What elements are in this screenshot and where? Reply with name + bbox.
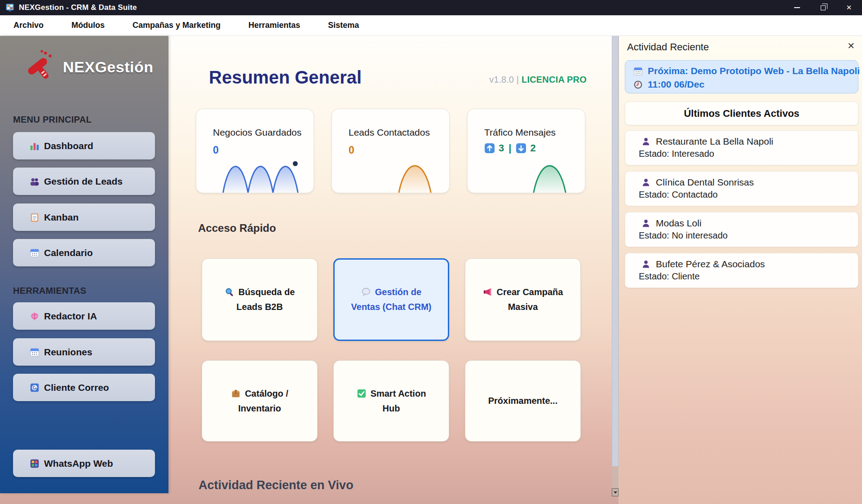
client-status: Estado: Interesado	[639, 149, 851, 159]
sidebar-item-dashboard[interactable]: Dashboard	[13, 132, 155, 159]
client-card[interactable]: Modas Loli Estado: No interesado	[625, 212, 858, 247]
quick-btn-crear-campana[interactable]: Crear Campaña Masiva	[465, 258, 581, 341]
quick-btn-label: Crear Campaña Masiva	[497, 287, 563, 312]
quick-btn-label: Smart Action Hub	[371, 389, 426, 413]
quick-btn-busqueda-leads[interactable]: Búsqueda de Leads B2B	[202, 258, 318, 341]
clipboard-icon	[30, 212, 40, 222]
search-icon	[225, 287, 234, 301]
check-icon	[357, 389, 367, 402]
minimize-button[interactable]	[784, 0, 810, 15]
client-status: Estado: No interesado	[639, 230, 851, 241]
titlebar: NEXGestion - CRM & Data Suite ✕	[0, 0, 862, 15]
person-icon	[641, 219, 650, 228]
section-menu-principal: MENU PRINCIPAL	[13, 115, 92, 125]
quick-btn-label: Próximamente...	[488, 396, 558, 406]
quick-btn-gestion-ventas[interactable]: Gestión de Ventas (Chat CRM)	[333, 258, 449, 341]
sparkline-green	[468, 154, 585, 193]
sidebar-item-calendario[interactable]: Calendario	[13, 239, 155, 266]
traffic-divider: |	[508, 142, 511, 154]
menu-campanas-marketing[interactable]: Campañas y Marketing	[133, 21, 221, 30]
quick-btn-catalogo[interactable]: Catálogo / Inventario	[202, 360, 318, 442]
menu-herramientas[interactable]: Herramientas	[248, 21, 300, 30]
email-icon	[30, 383, 40, 393]
version-divider: |	[517, 75, 519, 84]
sidebar-item-label: Redactor IA	[44, 311, 97, 322]
client-card[interactable]: Bufete Pérez & Asociados Estado: Cliente	[625, 253, 858, 288]
app-icon	[5, 3, 14, 12]
scrollbar-thumb[interactable]	[612, 36, 619, 466]
minimize-icon	[794, 7, 800, 8]
bar-chart-icon	[30, 141, 40, 151]
calendar-icon	[633, 66, 643, 76]
client-name: Modas Loli	[656, 218, 702, 229]
sidebar-item-gestion-leads[interactable]: Gestión de Leads	[13, 168, 155, 195]
quick-btn-label: Búsqueda de Leads B2B	[236, 287, 295, 312]
main-scrollbar[interactable]	[612, 36, 619, 496]
traffic-stats: 3 | 2	[484, 142, 536, 154]
scrollbar-track[interactable]	[612, 466, 619, 488]
client-card[interactable]: Clínica Dental Sonrisas Estado: Contacta…	[625, 171, 858, 206]
quick-access-title: Acceso Rápido	[198, 222, 276, 234]
sparkline-orange	[332, 154, 449, 193]
hammer-logo-icon	[23, 49, 57, 85]
stat-title: Leads Contactados	[349, 127, 430, 138]
close-button[interactable]: ✕	[836, 0, 862, 15]
logo-text: NEXGestión	[63, 58, 153, 76]
clients-list: Restaurante La Bella Napoli Estado: Inte…	[625, 130, 858, 288]
traffic-up-count: 3	[499, 142, 504, 154]
quick-btn-proximamente[interactable]: Próximamente...	[465, 360, 581, 442]
down-arrow-icon	[614, 491, 617, 494]
live-activity-title: Actividad Reciente en Vivo	[199, 478, 354, 492]
menu-sistema[interactable]: Sistema	[328, 21, 359, 30]
client-status: Estado: Contactado	[639, 190, 851, 200]
person-icon	[641, 178, 650, 187]
stat-card-leads: Leads Contactados 0	[332, 109, 450, 193]
stat-card-negocios: Negocios Guardados 0	[196, 109, 314, 193]
window-title: NEXGestion - CRM & Data Suite	[19, 3, 137, 12]
sidebar-item-label: WhatsApp Web	[44, 458, 113, 469]
traffic-down-count: 2	[530, 142, 535, 154]
quick-btn-label: Catálogo / Inventario	[238, 389, 288, 413]
license-badge: LICENCIA PRO	[522, 75, 587, 84]
next-meeting-text: Próxima: Demo Prototipo Web - La Bella N…	[648, 66, 860, 76]
sidebar-item-cliente-correo[interactable]: Cliente Correo	[13, 374, 155, 401]
brain-icon	[30, 311, 40, 321]
menu-modulos[interactable]: Módulos	[71, 21, 105, 30]
package-icon	[231, 389, 241, 402]
client-name: Restaurante La Bella Napoli	[656, 136, 774, 147]
stat-title: Negocios Guardados	[213, 127, 301, 138]
client-name: Clínica Dental Sonrisas	[656, 177, 754, 188]
stat-title: Tráfico Mensajes	[484, 127, 556, 138]
app-window: NEXGestion - CRM & Data Suite ✕ Archivo …	[0, 0, 862, 504]
panel-close-icon[interactable]: ✕	[847, 40, 855, 51]
sidebar-item-label: Calendario	[44, 248, 93, 258]
scrollbar-down-button[interactable]	[612, 488, 619, 496]
arrow-down-icon	[516, 143, 526, 154]
megaphone-icon	[483, 287, 493, 301]
sidebar: NEXGestión MENU PRINCIPAL Dashboard Gest…	[0, 36, 168, 493]
close-icon: ✕	[846, 4, 852, 12]
menu-archivo[interactable]: Archivo	[13, 21, 44, 30]
window-controls: ✕	[784, 0, 862, 15]
next-meeting-card[interactable]: Próxima: Demo Prototipo Web - La Bella N…	[625, 60, 858, 93]
clients-header: Últimos Clientes Activos	[625, 102, 858, 125]
sidebar-item-redactor-ia[interactable]: Redactor IA	[13, 302, 155, 330]
chat-bubble-icon	[361, 287, 371, 301]
activity-panel-title: Actividad Reciente	[627, 41, 709, 53]
quick-btn-smart-action-hub[interactable]: Smart Action Hub	[333, 360, 449, 442]
client-card[interactable]: Restaurante La Bella Napoli Estado: Inte…	[625, 130, 858, 165]
arrow-up-icon	[484, 143, 495, 154]
restore-icon	[821, 5, 826, 10]
sidebar-item-label: Dashboard	[44, 141, 93, 151]
clock-icon	[633, 80, 643, 89]
activity-panel: Actividad Reciente ✕ Próxima: Demo Proto…	[619, 36, 862, 504]
logo: NEXGestión	[23, 49, 153, 85]
sidebar-item-reuniones[interactable]: Reuniones	[13, 338, 155, 366]
page-title: Resumen General	[209, 67, 362, 88]
section-herramientas: HERRAMIENTAS	[13, 286, 86, 296]
sidebar-item-kanban[interactable]: Kanban	[13, 203, 155, 231]
app-grid-icon	[30, 459, 40, 469]
restore-button[interactable]	[810, 0, 836, 15]
client-name: Bufete Pérez & Asociados	[656, 259, 765, 270]
sidebar-item-whatsapp-web[interactable]: WhatsApp Web	[13, 450, 155, 477]
